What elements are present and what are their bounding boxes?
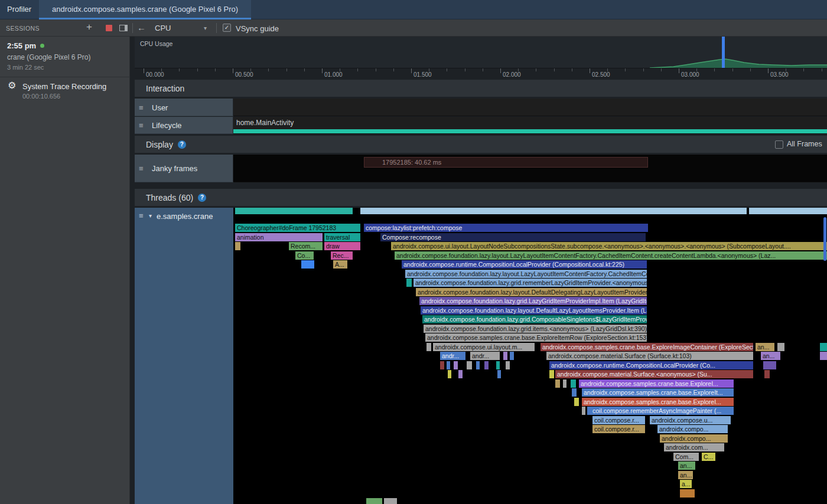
trace-event[interactable] <box>426 343 431 351</box>
trace-event[interactable]: androidx.compose.samples.crane.base.Expl… <box>582 388 734 397</box>
recording-item[interactable]: System Trace Recording <box>22 82 106 91</box>
add-session-icon[interactable]: + <box>86 21 92 33</box>
trace-event[interactable]: androidx.compose.ui.layout.LayoutNodeSub… <box>391 242 827 250</box>
session-time[interactable]: 2:55 pm <box>7 41 44 50</box>
trace-event[interactable]: androidx.compose.foundation.lazy.layout.… <box>405 270 647 278</box>
trace-event[interactable]: androidx.com... <box>664 443 724 451</box>
trace-event[interactable]: androidx.compose.samples.crane.base.Expl… <box>582 398 734 406</box>
trace-event[interactable] <box>764 370 770 378</box>
collapse-panel-icon[interactable] <box>119 25 128 31</box>
trace-event[interactable]: Choreographer#doFrame 17952183 <box>235 224 360 232</box>
trace-event[interactable]: Compose:recompose <box>380 233 646 241</box>
trace-event[interactable] <box>448 370 451 378</box>
trace-event[interactable] <box>454 361 458 369</box>
trace-event[interactable] <box>458 370 463 378</box>
trace-event[interactable]: animation <box>235 233 323 241</box>
vertical-scrollbar-thumb[interactable] <box>823 217 826 261</box>
chevron-down-icon[interactable]: ▾ <box>149 212 152 219</box>
trace-event[interactable] <box>777 343 784 351</box>
trace-event[interactable]: Com... <box>673 453 699 461</box>
drag-handle-icon[interactable]: ≡ <box>139 121 144 130</box>
trace-event[interactable] <box>406 279 412 287</box>
trace-event[interactable] <box>563 379 566 388</box>
trace-event[interactable] <box>384 498 397 504</box>
trace-event[interactable] <box>467 361 472 369</box>
trace-event[interactable]: androidx.compose.runtime.CompositionLoca… <box>549 361 753 369</box>
trace-event[interactable] <box>549 370 554 378</box>
trace-event[interactable]: androidx.compose.samples.crane.base.Expl… <box>579 379 734 388</box>
trace-event[interactable] <box>235 208 353 214</box>
thread-row-e-samples-crane[interactable]: ≡ ▾ e.samples.crane <box>135 208 233 504</box>
trace-event[interactable] <box>510 352 514 360</box>
trace-event[interactable]: coil.compose.r... <box>592 416 645 424</box>
trace-event[interactable] <box>571 379 576 388</box>
trace-event[interactable] <box>235 242 240 250</box>
trace-event[interactable]: androidx.compose.material.Surface.<anony… <box>555 370 753 378</box>
cpu-usage-track[interactable]: CPU Usage <box>135 37 827 68</box>
trace-event[interactable]: androidx.compose.samples.crane.base.Expl… <box>541 343 753 351</box>
trace-event[interactable] <box>680 489 695 498</box>
trace-event[interactable] <box>555 379 560 388</box>
trace-event[interactable]: androidx.compose.runtime.CompositionLoca… <box>402 260 647 269</box>
help-icon[interactable]: ? <box>178 140 186 149</box>
trace-event[interactable]: androidx.compo... <box>657 425 728 433</box>
janky-frame-bar[interactable]: 17952185: 40.62 ms <box>364 157 648 168</box>
trace-event[interactable] <box>301 260 314 269</box>
trace-event[interactable] <box>763 361 776 369</box>
trace-event[interactable]: Rec... <box>331 251 353 260</box>
trace-event[interactable]: an... <box>678 462 695 470</box>
trace-event[interactable]: andr... <box>470 352 500 360</box>
trace-event[interactable]: an... <box>756 343 774 351</box>
user-track[interactable] <box>233 99 827 116</box>
trace-event[interactable] <box>447 361 450 369</box>
trace-event[interactable] <box>820 343 827 351</box>
flame-chart[interactable]: Choreographer#doFrame 17952183compose:la… <box>233 208 827 504</box>
trace-event[interactable] <box>360 208 747 214</box>
trace-event[interactable] <box>440 361 444 369</box>
trace-event[interactable] <box>574 398 579 406</box>
trace-event[interactable] <box>749 208 827 214</box>
janky-frames-label-cell[interactable]: ≡ Janky frames <box>135 155 233 182</box>
session-tab[interactable]: androidx.compose.samples.crane (Google P… <box>39 0 251 19</box>
trace-event[interactable]: Co... <box>295 251 314 260</box>
trace-event[interactable] <box>506 361 510 369</box>
trace-event[interactable]: an... <box>761 352 780 360</box>
trace-event[interactable]: a... <box>680 480 692 488</box>
trace-event[interactable]: Recom... <box>289 242 323 250</box>
trace-event[interactable] <box>572 388 577 397</box>
trace-event[interactable]: draw <box>324 242 360 250</box>
all-frames-checkbox[interactable] <box>775 140 783 149</box>
back-arrow-icon[interactable]: ← <box>137 22 146 32</box>
trace-event[interactable]: androidx.compose.samples.crane.base.Expl… <box>425 333 647 342</box>
trace-event[interactable]: traversal <box>324 233 360 241</box>
trace-event[interactable] <box>820 352 827 360</box>
trace-event[interactable]: androidx.compose.foundation.lazy.grid.it… <box>424 325 647 333</box>
trace-event[interactable]: an... <box>678 471 693 479</box>
stop-recording-icon[interactable] <box>106 25 112 31</box>
trace-event[interactable] <box>484 361 489 369</box>
trace-event[interactable]: andr... <box>440 352 465 360</box>
drag-handle-icon[interactable]: ≡ <box>139 103 144 112</box>
trace-event[interactable]: androidx.compose.u... <box>650 416 731 424</box>
janky-frames-track[interactable]: 17952185: 40.62 ms <box>233 155 827 182</box>
user-track-label-cell[interactable]: ≡ User <box>135 99 233 116</box>
trace-event[interactable]: C... <box>702 453 715 461</box>
lifecycle-track[interactable]: home.MainActivity <box>233 117 827 134</box>
trace-event[interactable]: A... <box>333 260 347 269</box>
trace-event[interactable]: androidx.compose.foundation.lazy.layout.… <box>416 288 647 296</box>
trace-event[interactable] <box>496 361 500 369</box>
lifecycle-track-label-cell[interactable]: ≡ Lifecycle <box>135 117 233 134</box>
trace-event[interactable]: androidx.compo... <box>660 434 728 443</box>
trace-event[interactable]: compose:lazylist:prefetch:compose <box>364 224 648 232</box>
trace-event[interactable]: coil.compose.rememberAsyncImagePainter (… <box>591 407 734 415</box>
trace-event[interactable]: androidx.compose.foundation.lazy.layout.… <box>421 306 647 315</box>
trace-event[interactable] <box>476 361 480 369</box>
trace-event[interactable]: androidx.compose.foundation.lazy.grid.re… <box>414 279 647 287</box>
drag-handle-icon[interactable]: ≡ <box>139 164 144 173</box>
trace-event[interactable] <box>503 352 507 360</box>
trace-event[interactable]: androidx.compose.material.Surface (Surfa… <box>546 352 753 360</box>
trace-event[interactable]: coil.compose.r... <box>592 425 645 433</box>
help-icon[interactable]: ? <box>198 194 206 202</box>
trace-event[interactable]: androidx.compose.ui.layout.m... <box>433 343 535 351</box>
drag-handle-icon[interactable]: ≡ <box>139 211 144 220</box>
